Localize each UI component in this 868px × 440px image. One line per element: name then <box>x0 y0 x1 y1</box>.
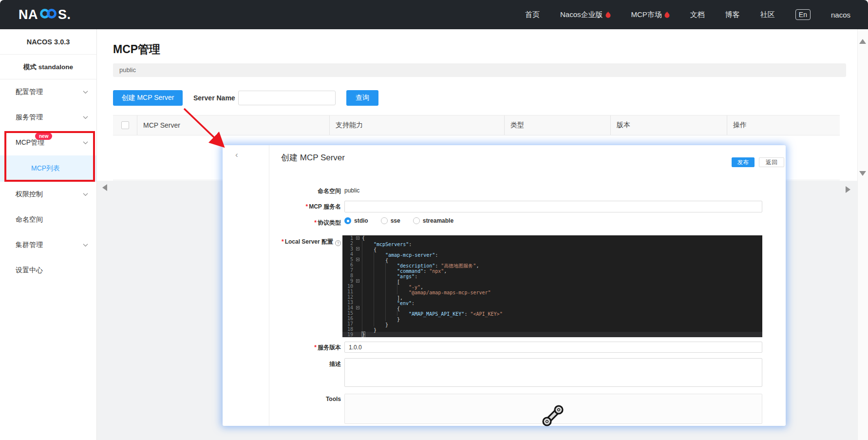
mcp-name-input[interactable] <box>344 201 762 212</box>
chevron-down-icon <box>83 116 88 119</box>
fold-collapse-icon[interactable] <box>356 279 359 283</box>
table-header-row: MCP Server支持能力类型版本操作 <box>113 115 840 135</box>
nav-item[interactable]: MCP市场 <box>631 10 670 19</box>
version-input[interactable] <box>344 342 762 353</box>
editor-line: 7"command": "npx", <box>342 268 762 273</box>
editor-line: 12], <box>342 294 762 300</box>
sidebar-item[interactable]: 集群管理 <box>0 232 96 258</box>
fold-collapse-icon[interactable] <box>356 247 359 250</box>
editor-line: 13"env": <box>342 300 762 305</box>
tools-box <box>344 394 762 424</box>
select-all-checkbox[interactable] <box>121 121 129 129</box>
column-header: MCP Server <box>137 115 330 135</box>
server-name-input[interactable] <box>238 91 336 105</box>
app-window: NA S. 首页Nacos企业版MCP市场文档博客社区 En nacos NAC… <box>0 0 868 440</box>
editor-line: 19} <box>342 332 762 337</box>
radio-icon <box>344 217 351 224</box>
radio-icon <box>381 217 388 224</box>
config-editor-lines: 1{2"mcpServers":3{4"amap-mcp-server":5{6… <box>342 235 762 337</box>
config-editor[interactable]: 1{2"mcpServers":3{4"amap-mcp-server":5{6… <box>342 235 762 337</box>
scroll-right-icon[interactable] <box>846 186 850 193</box>
column-header: 版本 <box>611 115 727 135</box>
console-version: NACOS 3.0.3 <box>0 29 96 55</box>
required-star: * <box>314 344 317 351</box>
tools-field-label: Tools <box>223 396 341 402</box>
nav-item[interactable]: 社区 <box>760 10 775 19</box>
protocol-radio-group: stdiossestreamable <box>344 217 453 224</box>
radio-icon <box>413 217 420 224</box>
config-field-label: *Local Server 配置? <box>223 238 341 246</box>
radio-option-streamable[interactable]: streamable <box>413 217 453 224</box>
top-navbar: NA S. 首页Nacos企业版MCP市场文档博客社区 En nacos <box>0 0 868 29</box>
editor-line: 6"description": "高德地图服务", <box>342 262 762 268</box>
drawer-title: 创建 MCP Server <box>281 152 345 163</box>
nacos-rings-icon <box>38 6 58 23</box>
chevron-down-icon <box>83 193 88 196</box>
radio-option-sse[interactable]: sse <box>381 217 400 224</box>
create-mcp-server-button[interactable]: 创建 MCP Server <box>113 90 183 106</box>
sidebar-item[interactable]: 权限控制 <box>0 182 96 207</box>
nav-right: 首页Nacos企业版MCP市场文档博客社区 En nacos <box>525 9 850 20</box>
nav-item[interactable]: 首页 <box>525 10 540 19</box>
editor-line: 1{ <box>342 235 762 241</box>
username[interactable]: nacos <box>831 11 850 19</box>
nav-item[interactable]: 博客 <box>725 10 740 19</box>
sidebar-item[interactable]: 设置中心 <box>0 258 96 283</box>
chevron-down-icon <box>83 91 88 94</box>
sidebar-item[interactable]: 命名空间 <box>0 207 96 232</box>
sidebar: NACOS 3.0.3 模式 standalone 配置管理服务管理MCP管理n… <box>0 29 97 440</box>
mode-label: 模式 standalone <box>0 55 96 79</box>
flame-icon <box>605 11 611 18</box>
flame-icon <box>664 11 670 18</box>
editor-line: 8"args": <box>342 273 762 278</box>
logo-text-left: NA <box>19 7 38 22</box>
query-button[interactable]: 查询 <box>346 90 378 106</box>
sidebar-item-selected[interactable]: MCP列表 <box>0 155 96 182</box>
description-field-label: 描述 <box>223 360 341 368</box>
editor-line: 16} <box>342 316 762 321</box>
chevron-down-icon <box>83 141 88 145</box>
nav-item[interactable]: Nacos企业版 <box>560 10 611 19</box>
logo-text-right: S. <box>58 7 71 22</box>
namespace-field-label: 命名空间 <box>223 187 341 195</box>
sidebar-item[interactable]: 服务管理 <box>0 105 96 130</box>
server-name-label: Server Name <box>193 90 235 106</box>
scroll-left-icon[interactable] <box>102 184 107 191</box>
create-mcp-server-drawer: ‹ 创建 MCP Server 发布 返回 命名空间 public *MCP 服… <box>223 145 786 426</box>
fold-collapse-icon[interactable] <box>356 236 359 240</box>
help-icon[interactable]: ? <box>335 240 341 246</box>
version-field-label: *服务版本 <box>223 344 341 352</box>
required-star: * <box>314 219 317 226</box>
scroll-down-icon[interactable] <box>859 171 866 176</box>
sidebar-menu: 配置管理服务管理MCP管理newMCP列表权限控制命名空间集群管理设置中心 <box>0 79 96 283</box>
column-header: 支持能力 <box>330 115 505 135</box>
fold-collapse-icon[interactable] <box>356 258 359 261</box>
sidebar-item[interactable]: 配置管理 <box>0 79 96 105</box>
chevron-down-icon <box>83 244 88 247</box>
protocol-field-label: *协议类型 <box>223 219 341 227</box>
editor-line: 10"-y", <box>342 284 762 289</box>
editor-line: 15"AMAP_MAPS_API_KEY": "<API_KEY>" <box>342 310 762 316</box>
nav-menu: 首页Nacos企业版MCP市场文档博客社区 <box>525 10 775 19</box>
drawer-back-icon[interactable]: ‹ <box>235 150 238 160</box>
editor-line: 18} <box>342 326 762 332</box>
publish-button[interactable]: 发布 <box>732 157 755 167</box>
nav-item[interactable]: 文档 <box>690 10 705 19</box>
scroll-up-icon[interactable] <box>859 39 866 44</box>
sidebar-item[interactable]: MCP管理new <box>0 130 96 155</box>
editor-line: 17} <box>342 321 762 326</box>
column-header: 操作 <box>727 115 840 135</box>
description-textarea[interactable] <box>344 358 762 387</box>
editor-line: 4"amap-mcp-server": <box>342 251 762 257</box>
language-toggle[interactable]: En <box>795 9 811 20</box>
vertical-scrollbar[interactable] <box>857 29 868 440</box>
editor-line: 2"mcpServers": <box>342 241 762 246</box>
namespace-bar[interactable]: public <box>113 63 846 77</box>
fold-collapse-icon[interactable] <box>356 306 359 309</box>
nacos-logo[interactable]: NA S. <box>19 6 71 23</box>
radio-option-stdio[interactable]: stdio <box>344 217 368 224</box>
required-star: * <box>306 203 308 210</box>
select-all-cell <box>113 115 137 135</box>
required-star: * <box>282 238 284 245</box>
return-button[interactable]: 返回 <box>759 157 784 167</box>
